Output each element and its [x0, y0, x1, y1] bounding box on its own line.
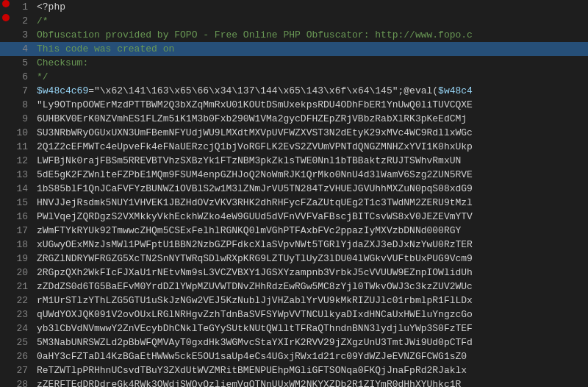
line-number: 1 — [12, 0, 34, 14]
line-number: 8 — [12, 98, 34, 112]
code-line: 3Obfuscation provided by FOPO - Free Onl… — [0, 28, 588, 42]
line-content: This code was created on — [34, 42, 588, 56]
code-line: 22rM1UrSTlzYThLZG5GTU1uSkJzNGw2VEJ5KzNub… — [0, 294, 588, 308]
line-number: 7 — [12, 84, 34, 98]
line-content: LWFBjNk0rajFBSm5RREVBTVhzSXBzYk1FTzNBM3p… — [34, 154, 588, 168]
line-number: 22 — [12, 294, 34, 308]
line-content: */ — [34, 70, 588, 84]
code-line: 21zZDdZS0d6TG5BaEFvM0YrdDZlYWpMZUVWTDNvZ… — [0, 280, 588, 294]
line-number: 2 — [12, 14, 34, 28]
line-number: 6 — [12, 70, 34, 84]
line-number: 9 — [12, 112, 34, 126]
code-line: 16PWlVqejZQRDgzS2VXMkkyVkhEckhWZko4eW9GU… — [0, 210, 588, 224]
code-line: 4This code was created on — [0, 42, 588, 56]
line-number: 4 — [12, 42, 34, 56]
line-number: 24 — [12, 322, 34, 335]
line-content: /* — [34, 14, 588, 28]
line-content: Checksum: — [34, 56, 588, 70]
line-content: SU3NRbWRyOGUxUXN3UmFBemNFYUdjWU9LMXdtMXV… — [34, 126, 588, 140]
line-content: 2Q1Z2cEFMWTc4eUpveFk4eFNaUERzcjQ1bjVoRGF… — [34, 140, 588, 154]
code-line: 17zWmFTYkRYUk92TmwwcZHQm5CSExFelhlRGNKQ0… — [0, 224, 588, 238]
line-number: 23 — [12, 308, 34, 322]
code-line: 202RGpzQXh2WkFIcFJXaU1rNEtvNm9sL3VCZVBXY… — [0, 266, 588, 280]
code-line: 135dE5gK2FZWnlteFZPbE1MQm9FSUM4enpGZHJoQ… — [0, 168, 588, 182]
code-line: 260aHY3cFZTaDl4KzBGaEtHWWw5ckE5OU1saUp4e… — [0, 349, 588, 363]
line-number: 13 — [12, 168, 34, 182]
line-content: 6UHBKV0ErK0NZVmhES1FLZm5iK1M3b0Fxb290W1V… — [34, 112, 588, 126]
line-content: zWmFTYkRYUk92TmwwcZHQm5CSExFelhlRGNKQ0lm… — [34, 224, 588, 238]
line-number: 25 — [12, 335, 34, 349]
line-number: 21 — [12, 280, 34, 294]
code-line: 18xUGwyOExMNzJsMWl1PWFptU1BBN2NzbGZPFdkc… — [0, 238, 588, 252]
code-line: 12LWFBjNk0rajFBSm5RREVBTVhzSXBzYk1FTzNBM… — [0, 154, 588, 168]
line-number: 14 — [12, 182, 34, 196]
code-line: 10SU3NRbWRyOGUxUXN3UmFBemNFYUdjWU9LMXdtM… — [0, 126, 588, 140]
line-content: HNVJJejRsdmk5NUY1VHVEK1JBZHdOVzVKV3RHK2d… — [34, 196, 588, 210]
line-number: 16 — [12, 210, 34, 224]
line-content: "Ly9OTnpOOWErMzdPTTBWM2Q3bXZqMmRxU01KOUt… — [34, 98, 588, 112]
code-line: 24yb3lCbVdNVmwwY2ZnVEcybDhCNklTeGYySUtkN… — [0, 322, 588, 335]
code-line: 28zZERFTEdDRDdreGk4RWk3OWdjSWQyQzliemVqQ… — [0, 377, 588, 387]
line-content: ReTZWTlpPRHhnUCsvdTBuY3ZXdUtWVZMRitBMENP… — [34, 363, 588, 377]
line-number: 26 — [12, 349, 34, 363]
code-line: 19ZRGZlNDRYWFRGZG5XcTN2SnNYTWRqSDlwRXpKR… — [0, 252, 588, 266]
line-content: zZERFTEdDRDdreGk4RWk3OWdjSWQyQzliemVqQTN… — [34, 377, 588, 387]
line-gutter — [0, 0, 12, 7]
code-editor: 1<?php2/*3Obfuscation provided by FOPO -… — [0, 0, 588, 387]
line-number: 19 — [12, 252, 34, 266]
line-content: 2RGpzQXh2WkFIcFJXaU1rNEtvNm9sL3VCZVBXY1J… — [34, 266, 588, 280]
line-number: 5 — [12, 56, 34, 70]
line-content: 5M3NabUNRSWZLd2pBbWFQMVAyT0gxdHk3WGMvcSt… — [34, 335, 588, 349]
line-number: 18 — [12, 238, 34, 252]
line-content: <?php — [34, 0, 588, 14]
line-content: yb3lCbVdNVmwwY2ZnVEcybDhCNklTeGYySUtkNUt… — [34, 322, 588, 335]
code-line: 141bS85blF1QnJCaFVFYzBUNWZiOVBlS2w1M3lZN… — [0, 182, 588, 196]
line-content: qUWdYOXJQK091V2ovOUxLRGlNRHgvZzhTdnBaSVF… — [34, 308, 588, 322]
line-number: 28 — [12, 377, 34, 387]
code-content: 1<?php2/*3Obfuscation provided by FOPO -… — [0, 0, 588, 387]
code-line: 15HNVJJejRsdmk5NUY1VHVEK1JBZHdOVzVKV3RHK… — [0, 196, 588, 210]
line-number: 27 — [12, 363, 34, 377]
line-number: 3 — [12, 28, 34, 42]
line-number: 15 — [12, 196, 34, 210]
line-gutter — [0, 14, 12, 21]
line-number: 17 — [12, 224, 34, 238]
line-content: PWlVqejZQRDgzS2VXMkkyVkhEckhWZko4eW9GUUd… — [34, 210, 588, 224]
code-line: 5Checksum: — [0, 56, 588, 70]
line-content: zZDdZS0d6TG5BaEFvM0YrdDZlYWpMZUVWTDNvZHh… — [34, 280, 588, 294]
code-line: 1<?php — [0, 0, 588, 14]
line-content: 1bS85blF1QnJCaFVFYzBUNWZiOVBlS2w1M3lZNmJ… — [34, 182, 588, 196]
line-content: 0aHY3cFZTaDl4KzBGaEtHWWw5ckE5OU1saUp4eCs… — [34, 349, 588, 363]
code-line: 112Q1Z2cEFMWTc4eUpveFk4eFNaUERzcjQ1bjVoR… — [0, 140, 588, 154]
line-content: 5dE5gK2FZWnlteFZPbE1MQm9FSUM4enpGZHJoQ2N… — [34, 168, 588, 182]
line-number: 20 — [12, 266, 34, 280]
code-line: 96UHBKV0ErK0NZVmhES1FLZm5iK1M3b0Fxb290W1… — [0, 112, 588, 126]
line-content: ZRGZlNDRYWFRGZG5XcTN2SnNYTWRqSDlwRXpKRG9… — [34, 252, 588, 266]
line-content: xUGwyOExMNzJsMWl1PWFptU1BBN2NzbGZPFdkcXl… — [34, 238, 588, 252]
code-line: 255M3NabUNRSWZLd2pBbWFQMVAyT0gxdHk3WGMvc… — [0, 335, 588, 349]
code-line: 6*/ — [0, 70, 588, 84]
breakpoint-icon — [2, 14, 10, 21]
line-number: 11 — [12, 140, 34, 154]
breakpoint-icon — [2, 0, 10, 7]
line-number: 12 — [12, 154, 34, 168]
code-line: 7$w48c4c69="\x62\141\163\x65\66\x34\137\… — [0, 84, 588, 98]
code-line: 23qUWdYOXJQK091V2ovOUxLRGlNRHgvZzhTdnBaS… — [0, 308, 588, 322]
line-content: Obfuscation provided by FOPO - Free Onli… — [34, 28, 588, 42]
line-content: $w48c4c69="\x62\141\163\x65\66\x34\137\1… — [34, 84, 588, 98]
code-line: 27ReTZWTlpPRHhnUCsvdTBuY3ZXdUtWVZMRitBME… — [0, 363, 588, 377]
code-line: 2/* — [0, 14, 588, 28]
line-number: 10 — [12, 126, 34, 140]
line-content: rM1UrSTlzYThLZG5GTU1uSkJzNGw2VEJ5KzNublJ… — [34, 294, 588, 308]
code-line: 8"Ly9OTnpOOWErMzdPTTBWM2Q3bXZqMmRxU01KOU… — [0, 98, 588, 112]
